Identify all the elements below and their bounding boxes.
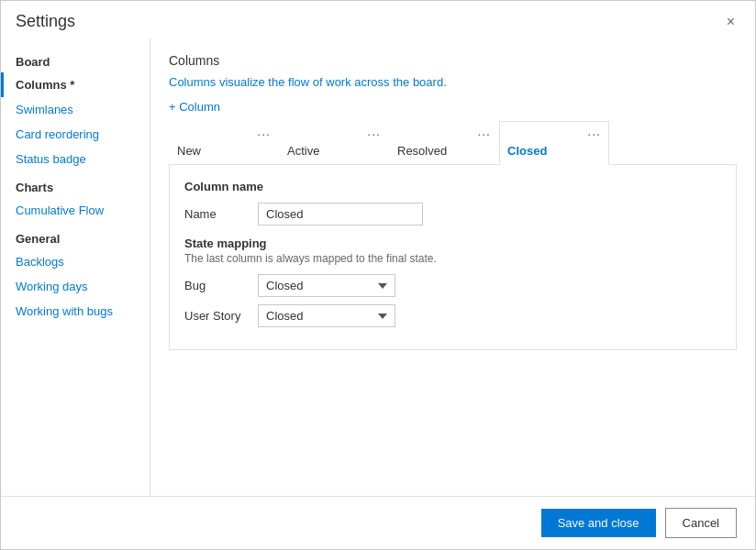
sidebar-item-card-reordering[interactable]: Card reordering: [1, 122, 150, 147]
close-button[interactable]: ×: [721, 13, 740, 31]
dialog-title: Settings: [16, 12, 75, 31]
sidebar-item-status-badge[interactable]: Status badge: [1, 147, 150, 171]
name-field-row: Name: [184, 203, 721, 226]
section-title: Columns: [169, 53, 737, 68]
sidebar-item-columns[interactable]: Columns *: [1, 72, 150, 97]
column-panel: Column name Name State mapping The last …: [169, 165, 737, 350]
user-story-label: User Story: [184, 309, 258, 323]
sidebar-item-working-days[interactable]: Working days: [1, 274, 150, 299]
tab-new-dots[interactable]: ···: [257, 127, 271, 140]
tab-closed-dots[interactable]: ···: [587, 127, 601, 140]
tab-resolved[interactable]: ··· Resolved: [389, 121, 499, 164]
sidebar-item-swimlanes[interactable]: Swimlanes: [1, 97, 150, 122]
main-header: Columns Columns visualize the flow of wo…: [150, 38, 755, 121]
dialog-body: Board Columns * Swimlanes Card reorderin…: [1, 38, 755, 496]
column-name-section-title: Column name: [184, 180, 721, 193]
user-story-dropdown[interactable]: Closed Active Resolved New: [258, 304, 395, 327]
sidebar-item-backlogs[interactable]: Backlogs: [1, 249, 150, 274]
sidebar-section-charts: Charts: [1, 171, 150, 198]
cancel-button[interactable]: Cancel: [665, 508, 737, 538]
sidebar-section-board: Board: [1, 46, 150, 72]
tab-active[interactable]: ··· Active: [279, 121, 389, 164]
dialog-footer: Save and close Cancel: [1, 496, 755, 549]
sidebar-item-cumulative-flow[interactable]: Cumulative Flow: [1, 198, 150, 223]
add-column-button[interactable]: + Column: [169, 100, 220, 114]
columns-tabs: ··· New ··· Active ··· Resolved ··· Clos…: [169, 121, 737, 165]
tab-closed[interactable]: ··· Closed: [499, 121, 609, 165]
tab-active-dots[interactable]: ···: [367, 127, 381, 140]
bug-dropdown-row: Bug Closed Active Resolved New: [184, 274, 721, 297]
state-mapping-desc: The last column is always mapped to the …: [184, 252, 721, 265]
main-content: Columns Columns visualize the flow of wo…: [150, 38, 755, 496]
columns-area: ··· New ··· Active ··· Resolved ··· Clos…: [150, 121, 755, 496]
dialog-header: Settings ×: [1, 1, 755, 38]
bug-label: Bug: [184, 279, 258, 292]
settings-dialog: Settings × Board Columns * Swimlanes Car…: [0, 0, 756, 550]
save-and-close-button[interactable]: Save and close: [541, 509, 656, 537]
sidebar-item-working-with-bugs[interactable]: Working with bugs: [1, 299, 150, 324]
bug-dropdown[interactable]: Closed Active Resolved New: [258, 274, 395, 297]
state-mapping-title: State mapping: [184, 236, 721, 250]
sidebar-section-general: General: [1, 223, 150, 249]
tab-new[interactable]: ··· New: [169, 121, 279, 164]
name-input[interactable]: [258, 203, 423, 226]
sidebar: Board Columns * Swimlanes Card reorderin…: [1, 38, 150, 496]
name-label: Name: [184, 207, 258, 221]
tab-resolved-dots[interactable]: ···: [477, 127, 491, 140]
section-description: Columns visualize the flow of work acros…: [169, 75, 737, 89]
user-story-dropdown-row: User Story Closed Active Resolved New: [184, 304, 721, 327]
